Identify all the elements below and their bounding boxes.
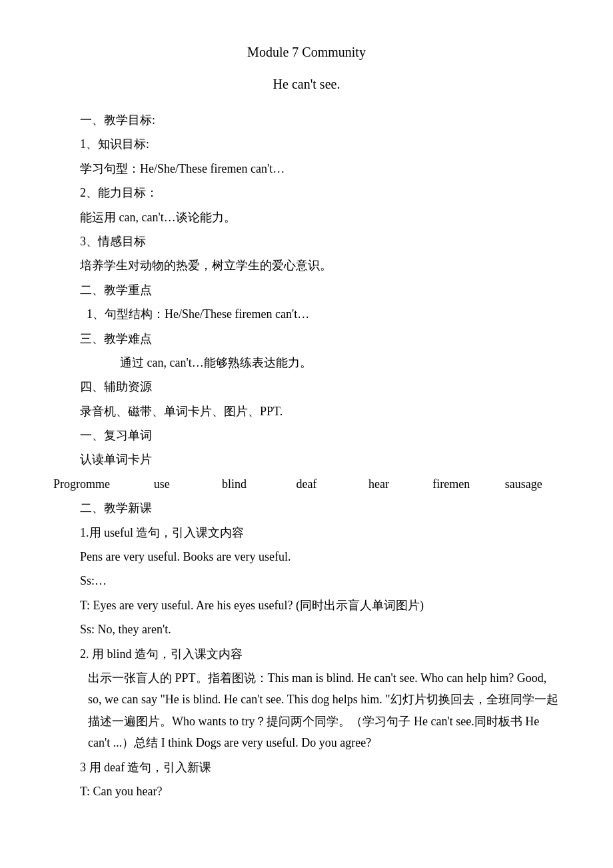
vocab-word-6: firemen [415, 473, 488, 495]
vocab-word-7: sausage [487, 473, 560, 495]
section-new-lesson-1-1: Pens are very useful. Books are very use… [80, 546, 560, 567]
section-key-points: 二、教学重点 [80, 279, 560, 301]
section-new-lesson-3: 3 用 deaf 造句，引入新课 [80, 757, 560, 778]
vocab-word-4: deaf [271, 473, 343, 495]
vocab-word-1: Progromme [53, 473, 126, 495]
section-ability-detail: 能运用 can, can't…谈论能力。 [80, 207, 560, 228]
section-review-words: 一、复习单词 [80, 425, 560, 446]
section-knowledge-goal: 1、知识目标: [80, 133, 560, 155]
section-ability-goal: 2、能力目标： [80, 182, 560, 203]
section-teaching-goals: 一、教学目标: [80, 109, 560, 131]
section-emotion-detail: 培养学生对动物的热爱，树立学生的爱心意识。 [80, 255, 560, 276]
section-key-points-detail: 1、句型结构：He/She/These firemen can't… [87, 303, 560, 325]
page-title: Module 7 Community [53, 40, 560, 64]
section-new-lesson-2-detail: 出示一张盲人的 PPT。指着图说：This man is blind. He c… [88, 667, 560, 754]
section-new-lesson-1-4: Ss: No, they aren't. [80, 619, 560, 640]
section-difficult-points: 三、教学难点 [80, 328, 560, 349]
vocab-line: Progromme use blind deaf hear firemen sa… [53, 473, 560, 495]
vocab-word-2: use [126, 473, 199, 495]
section-new-lesson-2: 2. 用 blind 造句，引入课文内容 [80, 643, 560, 665]
section-new-lesson-1-3: T: Eyes are very useful. Are his eyes us… [80, 595, 560, 616]
section-difficult-points-detail: 通过 can, can't…能够熟练表达能力。 [120, 352, 560, 373]
section-new-lesson-3-1: T: Can you hear? [80, 781, 560, 802]
section-emotion-goal: 3、情感目标 [80, 231, 560, 252]
vocab-word-3: blind [198, 473, 271, 495]
section-resources-detail: 录音机、磁带、单词卡片、图片、PPT. [80, 401, 560, 422]
section-new-lesson-1: 1.用 useful 造句，引入课文内容 [80, 522, 560, 543]
section-new-lesson-1-2: Ss:… [80, 570, 560, 591]
section-knowledge-detail: 学习句型：He/She/These firemen can't… [80, 158, 560, 179]
section-review-words-sub: 认读单词卡片 [80, 449, 560, 470]
vocab-word-5: hear [342, 473, 415, 495]
section-resources: 四、辅助资源 [80, 376, 560, 397]
page-subtitle: He can't see. [53, 72, 560, 96]
section-new-lesson: 二、教学新课 [80, 497, 560, 519]
